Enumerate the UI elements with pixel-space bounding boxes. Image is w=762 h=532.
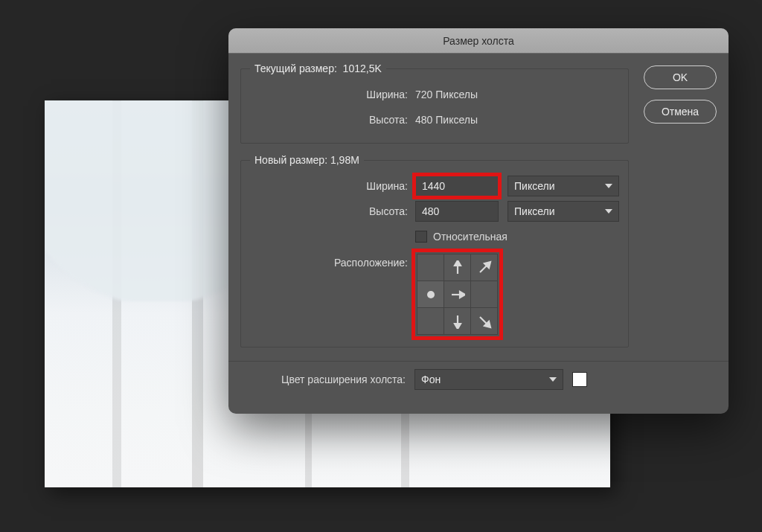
new-width-unit-select[interactable]: Пиксели (508, 176, 619, 196)
svg-marker-1 (455, 260, 461, 266)
anchor-bottom[interactable] (444, 308, 471, 335)
dialog-title: Размер холста (228, 28, 729, 54)
new-height-unit-select[interactable]: Пиксели (508, 201, 619, 222)
cancel-button[interactable]: Отмена (644, 100, 717, 124)
svg-marker-8 (455, 324, 461, 329)
anchor-bottom-left[interactable] (417, 308, 444, 335)
current-width-label: Ширина: (250, 89, 415, 100)
anchor-center[interactable] (444, 281, 471, 308)
svg-marker-6 (460, 292, 465, 298)
anchor-top[interactable] (444, 254, 471, 281)
anchor-grid[interactable] (417, 254, 498, 335)
chevron-down-icon (549, 377, 557, 382)
extension-color-label: Цвет расширения холста: (240, 374, 406, 385)
extension-color-select[interactable]: Фон (414, 369, 563, 390)
current-height-value: 480 Пикселы (415, 114, 478, 126)
svg-point-4 (427, 291, 435, 298)
anchor-label: Расположение: (250, 252, 415, 269)
anchor-grid-highlight (415, 252, 499, 336)
new-height-label: Высота: (250, 205, 415, 217)
anchor-right[interactable] (471, 281, 498, 308)
new-size-group: Новый размер: 1,98M Ширина: Пиксели Высо… (240, 154, 629, 347)
anchor-top-left[interactable] (417, 254, 444, 281)
new-size-legend: Новый размер: 1,98M (250, 154, 364, 166)
current-size-group: Текущий размер: 1012,5K Ширина: 720 Пикс… (240, 63, 629, 144)
ok-button[interactable]: OK (644, 65, 717, 89)
current-height-label: Высота: (250, 114, 415, 126)
new-height-input[interactable] (415, 201, 499, 222)
relative-checkbox[interactable] (415, 231, 427, 243)
anchor-top-right[interactable] (471, 254, 498, 281)
relative-label: Относительная (433, 231, 508, 243)
current-size-legend: Текущий размер: 1012,5K (250, 63, 386, 74)
new-width-input[interactable] (415, 176, 499, 196)
anchor-left[interactable] (417, 281, 444, 308)
anchor-bottom-right[interactable] (471, 308, 498, 335)
canvas-size-dialog: Размер холста Текущий размер: 1012,5K Ши… (228, 28, 729, 414)
chevron-down-icon (605, 184, 612, 188)
new-width-label: Ширина: (250, 180, 415, 192)
chevron-down-icon (605, 209, 612, 214)
extension-color-swatch[interactable] (572, 372, 587, 387)
current-width-value: 720 Пикселы (415, 89, 478, 100)
